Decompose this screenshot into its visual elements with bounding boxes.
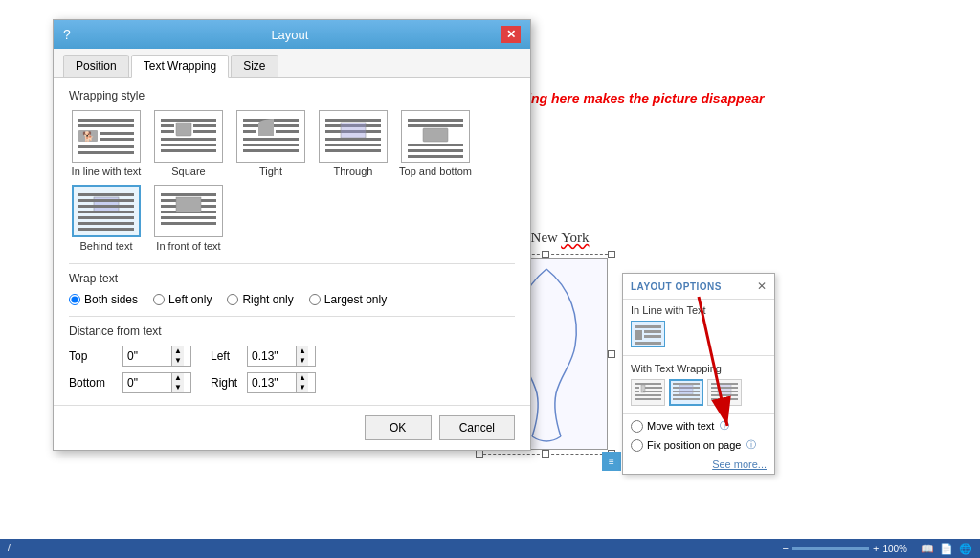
distance-right-input[interactable] [248, 373, 296, 392]
distance-left-col: Top ▲ ▼ Bottom [69, 346, 191, 393]
distance-bottom-spinner[interactable]: ▲ ▼ [122, 372, 191, 393]
tab-size[interactable]: Size [231, 55, 278, 77]
dialog-footer: OK Cancel [54, 405, 530, 450]
distance-left-up[interactable]: ▲ [297, 346, 308, 356]
cancel-button[interactable]: Cancel [439, 415, 515, 440]
view-read-icon[interactable]: 📖 [921, 543, 934, 555]
svg-rect-9 [635, 391, 639, 392]
zoom-out-icon[interactable]: − [783, 543, 789, 554]
view-print-icon[interactable]: 📄 [940, 543, 953, 555]
svg-rect-41 [161, 130, 174, 133]
distance-right-col: Left ▲ ▼ Right [211, 346, 316, 393]
tab-text-wrapping[interactable]: Text Wrapping [131, 55, 229, 78]
wrap-label-topbottom: Top and bottom [399, 166, 472, 177]
radio-largest-only-label: Largest only [324, 293, 387, 306]
dialog-titlebar: ? Layout ✕ [54, 20, 530, 49]
layout-options-panel: LAYOUT OPTIONS ✕ In Line with Text With … [622, 273, 775, 475]
distance-top-spinner[interactable]: ▲ ▼ [122, 346, 191, 367]
svg-rect-79 [161, 216, 216, 219]
lo-move-with-text-radio[interactable] [631, 420, 643, 433]
wrap-label-tight: Tight [259, 166, 282, 177]
distance-left-input[interactable] [248, 346, 296, 366]
wrap-option-inline[interactable]: 🐕 In line with text [69, 110, 144, 177]
lo-close-button[interactable]: ✕ [757, 279, 767, 293]
svg-rect-0 [635, 325, 661, 328]
svg-rect-66 [408, 155, 463, 158]
distance-label: Distance from text [69, 324, 515, 338]
lo-wrapping-label: With Text Wrapping [623, 358, 774, 377]
lo-see-more-link[interactable]: See more... [623, 455, 774, 474]
dialog-help-char[interactable]: ? [63, 27, 71, 42]
lo-fix-help-icon: ⓘ [746, 438, 756, 452]
distance-top-input[interactable] [123, 346, 171, 366]
wrap-option-topbottom[interactable]: Top and bottom [398, 110, 473, 177]
wrap-label-inline: In line with text [72, 166, 142, 177]
lo-fix-position-label: Fix position on page [647, 439, 741, 451]
distance-bottom-down[interactable]: ▼ [172, 383, 184, 392]
svg-rect-39 [193, 124, 216, 127]
radio-both-sides[interactable]: Both sides [69, 293, 138, 306]
view-web-icon[interactable]: 🌐 [959, 543, 972, 555]
distance-top-up[interactable]: ▲ [172, 346, 184, 356]
radio-largest-only[interactable]: Largest only [309, 293, 387, 306]
wrap-option-tight[interactable]: Tight [234, 110, 308, 177]
radio-right-only[interactable]: Right only [227, 293, 293, 306]
distance-bottom-input[interactable] [123, 373, 171, 392]
svg-rect-50 [276, 130, 299, 133]
tab-position[interactable]: Position [63, 55, 129, 77]
svg-rect-7 [643, 387, 662, 389]
wrap-label-through: Through [334, 166, 373, 177]
radio-left-only[interactable]: Left only [153, 293, 212, 306]
radio-both-sides-label: Both sides [84, 293, 138, 306]
ok-button[interactable]: OK [365, 415, 432, 440]
lo-inline-label: In Line with Text [623, 300, 774, 319]
lo-move-help-icon: ⓘ [720, 419, 729, 433]
svg-rect-19 [718, 384, 731, 395]
svg-rect-71 [78, 211, 134, 213]
distance-left-spinner[interactable]: ▲ ▼ [247, 346, 316, 367]
svg-rect-69 [78, 199, 134, 202]
wrap-icon-topbottom [401, 110, 470, 163]
svg-rect-45 [161, 149, 216, 152]
lo-square-icon[interactable] [631, 379, 665, 406]
wrapping-grid: 🐕 In line with text [69, 110, 515, 252]
svg-rect-44 [161, 144, 216, 146]
wrap-label-square: Square [171, 166, 205, 177]
distance-top-down[interactable]: ▼ [172, 356, 184, 366]
distance-bottom-up[interactable]: ▲ [172, 373, 184, 383]
wrap-option-square[interactable]: Square [151, 110, 226, 177]
svg-rect-4 [635, 342, 661, 345]
lo-header: LAYOUT OPTIONS ✕ [623, 274, 774, 300]
wrap-option-behind[interactable]: Behind text [69, 185, 144, 252]
radio-largest-only-input[interactable] [309, 294, 321, 305]
svg-rect-33 [100, 132, 134, 135]
wrap-icon-infront [154, 185, 223, 237]
wrap-icon-square [154, 110, 223, 163]
svg-rect-63 [423, 128, 448, 142]
zoom-slider[interactable] [792, 547, 869, 550]
wrap-option-infront[interactable]: In front of text [151, 185, 226, 252]
svg-rect-53 [243, 149, 299, 152]
distance-right-spinner[interactable]: ▲ ▼ [247, 372, 316, 393]
wrap-option-through[interactable]: Through [316, 110, 390, 177]
distance-right-label: Right [211, 376, 241, 390]
lo-divider-1 [623, 355, 774, 356]
dialog-close-button[interactable]: ✕ [501, 26, 521, 43]
lo-inline-icon[interactable] [631, 321, 665, 347]
radio-left-only-input[interactable] [153, 294, 165, 305]
lo-fix-position-radio[interactable] [631, 439, 643, 452]
radio-right-only-input[interactable] [227, 294, 238, 305]
wrap-icon-tight [236, 110, 305, 163]
lo-behind-icon[interactable] [707, 379, 742, 406]
layout-dialog: ? Layout ✕ Position Text Wrapping Size W… [53, 19, 531, 451]
distance-left-down[interactable]: ▼ [297, 356, 308, 366]
radio-both-sides-input[interactable] [69, 294, 80, 305]
lo-through-icon[interactable] [669, 379, 703, 406]
svg-rect-12 [635, 398, 661, 400]
distance-bottom-btns: ▲ ▼ [171, 373, 184, 392]
wrap-label-infront: In front of text [156, 240, 220, 252]
distance-right-down[interactable]: ▼ [297, 383, 308, 392]
svg-rect-62 [408, 124, 463, 127]
distance-right-up[interactable]: ▲ [297, 373, 308, 383]
zoom-in-icon[interactable]: + [873, 543, 879, 554]
